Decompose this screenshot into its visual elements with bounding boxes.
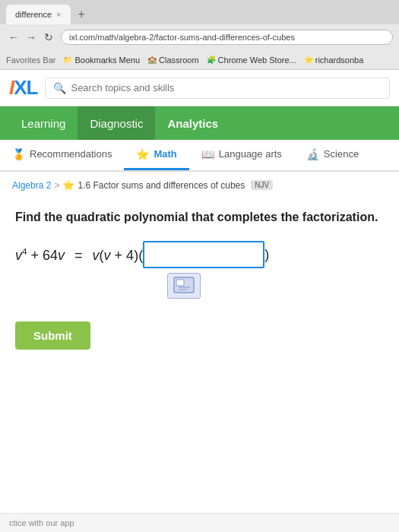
address-field[interactable]: ixl.com/math/algebra-2/factor-sums-and-d…	[61, 30, 393, 45]
nav-buttons: ← → ↻	[6, 30, 56, 45]
math-tool-button[interactable]	[167, 273, 201, 299]
forward-button[interactable]: →	[24, 30, 39, 45]
science-icon: 🔬	[306, 148, 319, 160]
bookmark-bookmarks-menu[interactable]: 📁 Bookmarks Menu	[63, 55, 140, 65]
search-bar[interactable]: 🔍	[45, 78, 390, 99]
tab-language-arts[interactable]: 📖 Language arts	[189, 140, 294, 170]
tab-recommendations[interactable]: 🏅 Recommendations	[0, 140, 124, 170]
new-tab-button[interactable]: +	[74, 8, 90, 21]
ixl-header: I X L 🔍	[0, 70, 399, 106]
main-content: Find the quadratic polynomial that compl…	[0, 195, 399, 365]
njv-badge: NJV	[251, 180, 273, 190]
address-bar-row: ← → ↻ ixl.com/math/algebra-2/factor-sums…	[0, 24, 399, 50]
tab-science[interactable]: 🔬 Science	[294, 140, 371, 170]
breadcrumb: Algebra 2 > ⭐ 1.6 Factor sums and differ…	[0, 172, 399, 195]
nav-learning[interactable]: Learning	[9, 106, 78, 140]
logo-l: L	[27, 76, 38, 100]
ixl-app: I X L 🔍 Learning Diagnostic Analytics 🏅 …	[0, 70, 399, 532]
tab-math[interactable]: ⭐ Math	[124, 140, 188, 170]
bookmarks-menu-icon: 📁	[63, 55, 72, 64]
bookmarks-bar: Favorites Bar 📁 Bookmarks Menu 🏫 Classro…	[0, 50, 399, 70]
browser-chrome: difference × + ← → ↻ ixl.com/math/algebr…	[0, 0, 399, 70]
math-star-icon: ⭐	[136, 148, 149, 160]
bookmark-classroom[interactable]: 🏫 Classroom	[147, 55, 199, 65]
logo-x: X	[14, 76, 26, 100]
math-tool-icon	[173, 277, 195, 295]
equation-row: v4 + 64v = v(v + 4)( )	[15, 241, 384, 268]
chrome-web-store-icon: 🧩	[207, 55, 216, 64]
closing-paren: )	[264, 247, 269, 263]
bookmark-classroom-label: Classroom	[159, 55, 199, 65]
bookmark-richardsonba-label: richardsonba	[315, 55, 364, 65]
equation-lhs: v4 + 64v = v(v + 4)(	[15, 246, 143, 264]
footer-bar: ctice with our app	[0, 513, 399, 532]
tab-bar: difference × +	[0, 0, 399, 24]
classroom-icon: 🏫	[147, 55, 157, 64]
breadcrumb-root[interactable]: Algebra 2	[12, 180, 51, 191]
favorites-label: Favorites Bar	[6, 55, 55, 65]
bookmark-chrome-web-store[interactable]: 🧩 Chrome Web Store...	[207, 55, 296, 65]
richardsonba-icon: ⭐	[304, 55, 313, 64]
reload-button[interactable]: ↻	[41, 30, 56, 45]
search-icon: 🔍	[53, 82, 66, 94]
ixl-logo[interactable]: I X L	[9, 76, 37, 100]
bookmark-bookmarks-menu-label: Bookmarks Menu	[74, 55, 140, 65]
answer-box[interactable]	[143, 241, 264, 268]
svg-rect-1	[176, 280, 184, 286]
nav-bar: Learning Diagnostic Analytics	[0, 106, 399, 140]
tab-title: difference	[15, 10, 52, 19]
submit-button[interactable]: Submit	[15, 321, 90, 350]
back-button[interactable]: ←	[6, 30, 21, 45]
breadcrumb-current: ⭐ 1.6 Factor sums and differences of cub…	[62, 179, 273, 191]
breadcrumb-current-label: 1.6 Factor sums and differences of cubes	[78, 180, 245, 191]
tab-close-button[interactable]: ×	[56, 10, 61, 19]
nav-diagnostic[interactable]: Diagnostic	[78, 106, 155, 140]
active-tab[interactable]: difference ×	[6, 5, 71, 24]
recommendations-icon: 🏅	[12, 148, 25, 160]
breadcrumb-star-icon: ⭐	[62, 179, 74, 191]
answer-input[interactable]	[150, 248, 242, 261]
bookmark-richardsonba[interactable]: ⭐ richardsonba	[304, 55, 364, 65]
language-arts-icon: 📖	[201, 148, 214, 160]
tabs-bar: 🏅 Recommendations ⭐ Math 📖 Language arts…	[0, 140, 399, 172]
math-tools-hint	[167, 273, 384, 299]
search-input[interactable]	[71, 82, 382, 93]
breadcrumb-sep: >	[54, 180, 59, 191]
bookmark-chrome-web-store-label: Chrome Web Store...	[218, 55, 296, 65]
question-prompt: Find the quadratic polynomial that compl…	[15, 211, 384, 224]
footer-text: ctice with our app	[9, 518, 74, 527]
nav-analytics[interactable]: Analytics	[155, 106, 230, 140]
